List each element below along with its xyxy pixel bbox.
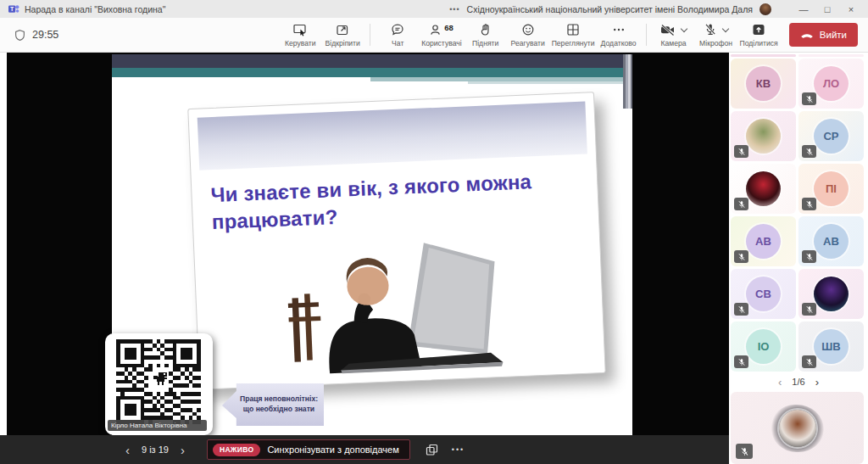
slide-card: Чи знаєте ви вік, з якого можна працюват… (187, 92, 605, 390)
leave-button[interactable]: Вийти (789, 23, 858, 47)
mic-off-badge-icon (802, 303, 816, 316)
unpin-button[interactable]: Відкріпити (321, 21, 364, 49)
avatar-initials: СР (814, 119, 849, 154)
private-view-icon[interactable] (426, 444, 438, 456)
sync-to-presenter-button[interactable]: НАЖИВО Синхронізувати з доповідачем (207, 439, 410, 460)
mic-off-badge-icon (734, 250, 748, 263)
participant-tile[interactable]: ШВ (798, 321, 864, 372)
participant-tile[interactable]: АВ (798, 216, 864, 266)
avatar-initials: КВ (746, 66, 781, 101)
mic-options-chevron-icon[interactable] (722, 25, 729, 31)
spotlight-participant-tile[interactable] (731, 392, 864, 464)
slide-top-teal-band (112, 68, 632, 77)
avatar-photo (746, 171, 781, 206)
avatar-initials: ЛО (814, 66, 849, 101)
minimize-button[interactable]: — (792, 4, 815, 14)
thinking-boy-laptop-image (247, 229, 550, 379)
restore-button[interactable]: □ (815, 4, 839, 14)
share-screen-icon (752, 23, 765, 37)
react-button[interactable]: Реагувати (507, 21, 549, 49)
window-titlebar: T Нарада в каналі "Виховна година" ••• С… (0, 0, 868, 18)
pager-page-indicator: 1/6 (792, 377, 804, 387)
participant-tile[interactable]: ПІ (798, 164, 864, 214)
camera-button[interactable]: Камера (653, 21, 695, 49)
participant-tile[interactable] (731, 164, 796, 214)
unpin-icon (336, 23, 349, 37)
raise-hand-button[interactable]: Підняти (465, 21, 507, 49)
people-icon (430, 23, 442, 36)
avatar-photo (746, 119, 781, 154)
participant-tile[interactable]: ІО (731, 321, 796, 372)
org-title: Східноукраїнський національний університ… (467, 4, 753, 14)
avatar-photo (779, 410, 816, 447)
next-slide-button[interactable]: › (172, 443, 193, 457)
slide-callout: Праця неповнолітніх: що необхідно знати (222, 383, 324, 426)
participants-grid: КВ ЛО СР ПІ (729, 59, 868, 372)
grid-view-icon (566, 23, 580, 37)
close-button[interactable]: × (839, 4, 863, 14)
chat-button[interactable]: Чат (376, 21, 419, 49)
participants-pager: ‹ 1/6 › (729, 372, 868, 392)
mic-off-badge-icon (734, 303, 748, 316)
titlebar-overflow-icon[interactable]: ••• (449, 5, 459, 14)
slide-page-edge (623, 54, 632, 109)
participant-tile[interactable]: ЛО (798, 59, 864, 109)
mic-off-badge-icon (734, 355, 748, 368)
avatar-initials: СВ (746, 277, 781, 311)
participant-tile[interactable] (731, 111, 796, 161)
view-button[interactable]: Переглянути (549, 21, 598, 49)
more-button[interactable]: Додатково (598, 21, 640, 49)
mic-off-badge-icon (802, 198, 816, 210)
avatar-initials: АВ (814, 224, 849, 259)
raise-hand-icon (479, 23, 492, 37)
avatar-backdrop (771, 405, 824, 452)
player-more-button[interactable]: ••• (452, 445, 465, 454)
prev-slide-button[interactable]: ‹ (117, 443, 138, 457)
meeting-timer: 29:55 (32, 29, 58, 41)
mic-off-badge-icon (736, 444, 753, 459)
mic-button[interactable]: Мікрофон (695, 21, 737, 49)
user-avatar[interactable] (760, 3, 771, 15)
pager-next-button[interactable]: › (815, 376, 819, 389)
share-button[interactable]: Поділитися (737, 21, 781, 49)
teams-logo-icon: T (8, 3, 19, 14)
participant-tile[interactable]: АВ (731, 216, 796, 266)
participant-tile[interactable]: КВ (731, 59, 796, 109)
slide-player-bar: ‹ 9 із 19 › НАЖИВО Синхронізувати з допо… (0, 435, 729, 464)
meeting-title: Нарада в каналі "Виховна година" (25, 4, 165, 14)
slide-page-indicator: 9 із 19 (142, 444, 169, 455)
participant-tile[interactable] (798, 269, 864, 319)
mic-off-badge-icon (802, 355, 816, 368)
avatar-initials: ПІ (814, 171, 849, 206)
pager-prev-button[interactable]: ‹ (778, 376, 782, 389)
participants-sidebar: КВ ЛО СР ПІ (729, 53, 868, 464)
mic-off-icon (704, 23, 717, 36)
toolbar-divider (370, 24, 370, 46)
manage-button[interactable]: Керувати (279, 21, 321, 49)
camera-off-icon (660, 23, 676, 36)
participants-button[interactable]: 68 Користувачі (419, 21, 464, 49)
mic-off-badge-icon (802, 92, 816, 105)
mic-off-badge-icon (734, 198, 748, 210)
qr-code-icon (116, 339, 201, 424)
camera-options-chevron-icon[interactable] (681, 25, 687, 31)
live-badge: НАЖИВО (213, 444, 260, 456)
more-dots-icon (612, 23, 626, 37)
participant-tile[interactable]: СР (798, 111, 864, 161)
participant-tile[interactable]: СВ (731, 269, 796, 319)
manage-screen-icon (293, 23, 308, 37)
participant-count-badge: 68 (444, 23, 453, 32)
smiley-icon (521, 23, 535, 37)
meeting-toolbar: 29:55 Керувати Відкріпити Чат 68 Користу… (0, 18, 868, 53)
slide-top-light-band-2 (468, 81, 632, 84)
slide-top-navy-band (112, 54, 632, 68)
hangup-phone-icon (800, 31, 814, 39)
qr-caption: Кірло Натала Вікторівна (108, 420, 207, 431)
avatar-initials: ІО (746, 329, 781, 364)
avatar-photo (814, 277, 849, 311)
mic-off-badge-icon (802, 145, 816, 158)
presentation-stage: Чи знаєте ви вік, з якого можна працюват… (7, 53, 729, 435)
svg-text:T: T (10, 6, 14, 12)
mic-off-badge-icon (802, 250, 816, 263)
mic-off-badge-icon (734, 145, 748, 158)
